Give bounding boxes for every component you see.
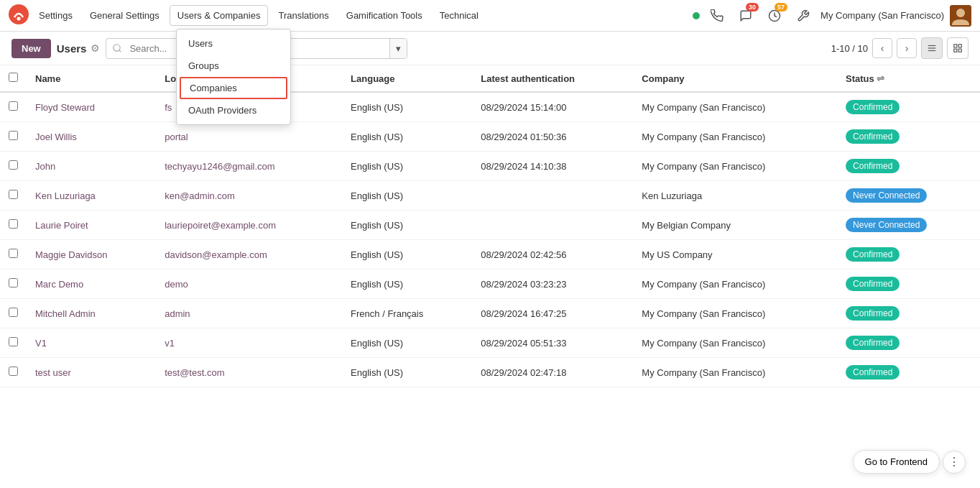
- cell-status: Confirmed: [837, 92, 980, 122]
- users-companies-dropdown: Users Groups Companies OAuth Providers: [176, 29, 291, 125]
- page-settings-icon[interactable]: ⚙: [91, 42, 100, 54]
- cell-login: davidson@example.com: [156, 240, 342, 270]
- status-badge: Confirmed: [846, 365, 900, 379]
- row-checkbox[interactable]: [9, 337, 18, 346]
- col-language[interactable]: Language: [342, 65, 472, 92]
- messages-icon-btn[interactable]: 30: [734, 4, 757, 27]
- next-page-button[interactable]: ›: [897, 38, 917, 58]
- cell-auth: 08/29/2024 03:23:23: [472, 270, 633, 299]
- cell-auth: [472, 181, 633, 211]
- dropdown-item-groups[interactable]: Groups: [177, 55, 290, 77]
- status-badge: Confirmed: [846, 129, 900, 144]
- row-checkbox[interactable]: [9, 249, 18, 258]
- table-row[interactable]: V1 v1 English (US) 08/29/2024 05:51:33 M…: [0, 328, 980, 358]
- dropdown-item-companies[interactable]: Companies: [180, 77, 287, 99]
- table-row[interactable]: test user test@test.com English (US) 08/…: [0, 358, 980, 387]
- page-title-wrap: Users ⚙: [57, 42, 101, 55]
- cell-name: Laurie Poiret: [27, 211, 156, 240]
- row-checkbox-cell[interactable]: [0, 122, 27, 152]
- new-button[interactable]: New: [11, 39, 51, 58]
- activities-icon-btn[interactable]: 57: [763, 4, 786, 27]
- cell-status: Never Connected: [837, 211, 980, 240]
- row-checkbox[interactable]: [9, 367, 18, 376]
- status-badge: Never Connected: [846, 188, 927, 203]
- cell-name: V1: [27, 328, 156, 358]
- users-table: Name Login Language Latest authenticatio…: [0, 65, 980, 387]
- settings-tool-icon-btn[interactable]: [792, 4, 815, 27]
- prev-page-button[interactable]: ‹: [872, 38, 892, 58]
- table-row[interactable]: Marc Demo demo English (US) 08/29/2024 0…: [0, 270, 980, 299]
- row-checkbox-cell[interactable]: [0, 328, 27, 358]
- col-name[interactable]: Name: [27, 65, 156, 92]
- row-checkbox[interactable]: [9, 278, 18, 287]
- table-row[interactable]: Maggie Davidson davidson@example.com Eng…: [0, 240, 980, 270]
- table-row[interactable]: John techyayu1246@gmail.com English (US)…: [0, 152, 980, 181]
- voip-icon-btn[interactable]: [706, 4, 729, 27]
- row-checkbox[interactable]: [9, 190, 18, 199]
- status-badge: Confirmed: [846, 336, 900, 350]
- dropdown-item-users[interactable]: Users: [177, 32, 290, 55]
- cell-login: ken@admin.com: [156, 181, 342, 211]
- cell-status: Confirmed: [837, 358, 980, 387]
- row-checkbox-cell[interactable]: [0, 92, 27, 122]
- nav-translations[interactable]: Translations: [271, 6, 336, 25]
- col-status[interactable]: Status ⇌: [837, 65, 980, 92]
- select-all-col[interactable]: [0, 65, 27, 92]
- search-icon: [112, 43, 122, 53]
- row-checkbox[interactable]: [9, 131, 18, 140]
- row-checkbox-cell[interactable]: [0, 270, 27, 299]
- cell-language: English (US): [342, 152, 472, 181]
- app-logo[interactable]: [9, 4, 29, 27]
- row-checkbox-cell[interactable]: [0, 152, 27, 181]
- dropdown-item-oauth[interactable]: OAuth Providers: [177, 99, 290, 121]
- cell-status: Never Connected: [837, 181, 980, 211]
- row-checkbox[interactable]: [9, 101, 18, 111]
- cell-login: demo: [156, 270, 342, 299]
- row-checkbox-cell[interactable]: [0, 240, 27, 270]
- cell-company: My Company (San Francisco): [633, 299, 837, 328]
- nav-gamification[interactable]: Gamification Tools: [339, 6, 430, 25]
- cell-name: Joel Willis: [27, 122, 156, 152]
- row-checkbox-cell[interactable]: [0, 181, 27, 211]
- cell-name: Ken Luzuriaga: [27, 181, 156, 211]
- cell-language: English (US): [342, 211, 472, 240]
- cell-language: English (US): [342, 240, 472, 270]
- col-company[interactable]: Company: [633, 65, 837, 92]
- row-checkbox-cell[interactable]: [0, 211, 27, 240]
- nav-general-settings[interactable]: General Settings: [83, 6, 167, 25]
- cell-company: My Company (San Francisco): [633, 358, 837, 387]
- column-adjust-icon[interactable]: ⇌: [877, 73, 884, 84]
- user-avatar[interactable]: [950, 5, 971, 27]
- cell-auth: 08/29/2024 01:50:36: [472, 122, 633, 152]
- list-view-button[interactable]: [921, 37, 943, 59]
- select-all-checkbox[interactable]: [9, 73, 18, 82]
- nav-settings[interactable]: Settings: [32, 6, 80, 25]
- cell-status: Confirmed: [837, 122, 980, 152]
- users-table-wrap: Name Login Language Latest authenticatio…: [0, 65, 980, 387]
- row-checkbox-cell[interactable]: [0, 299, 27, 328]
- svg-rect-10: [954, 45, 957, 47]
- col-auth[interactable]: Latest authentication: [472, 65, 633, 92]
- navbar-right: 30 57 My Company (San Francisco): [693, 4, 971, 27]
- cell-company: My Company (San Francisco): [633, 328, 837, 358]
- cell-auth: 08/29/2024 02:42:56: [472, 240, 633, 270]
- status-badge: Confirmed: [846, 159, 900, 173]
- table-row[interactable]: Mitchell Admin admin French / Français 0…: [0, 299, 980, 328]
- row-checkbox[interactable]: [9, 160, 18, 170]
- table-row[interactable]: Laurie Poiret lauriepoiret@example.com E…: [0, 211, 980, 240]
- search-dropdown-button[interactable]: ▾: [389, 39, 407, 58]
- kanban-view-button[interactable]: [947, 37, 969, 59]
- svg-point-4: [956, 9, 965, 17]
- table-row[interactable]: Floyd Steward fs English (US) 08/29/2024…: [0, 92, 980, 122]
- company-label[interactable]: My Company (San Francisco): [820, 10, 944, 21]
- table-row[interactable]: Ken Luzuriaga ken@admin.com English (US)…: [0, 181, 980, 211]
- cell-name: Maggie Davidson: [27, 240, 156, 270]
- row-checkbox[interactable]: [9, 219, 18, 229]
- svg-line-6: [119, 50, 121, 52]
- cell-status: Confirmed: [837, 270, 980, 299]
- table-row[interactable]: Joel Willis portal English (US) 08/29/20…: [0, 122, 980, 152]
- row-checkbox-cell[interactable]: [0, 358, 27, 387]
- nav-technical[interactable]: Technical: [433, 6, 486, 25]
- nav-users-companies[interactable]: Users & Companies: [170, 5, 269, 26]
- row-checkbox[interactable]: [9, 308, 18, 317]
